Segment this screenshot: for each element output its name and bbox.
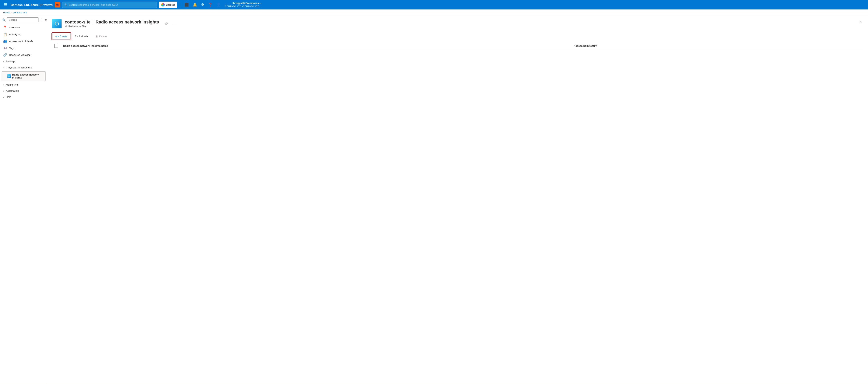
select-all-checkbox[interactable] — [55, 44, 58, 48]
search-icon: 🔍 — [64, 3, 67, 6]
sidebar-section-physical-label: Physical infrastructure — [7, 66, 32, 69]
refresh-label: Refresh — [79, 35, 88, 38]
sidebar-item-tags[interactable]: 🏷 Tags — [0, 45, 47, 52]
table-area: Radio access network insights name Acces… — [48, 42, 868, 384]
nav-divider — [180, 2, 180, 7]
nav-icon-group: ⬛ 🔔 ⚙ ❓ 👤 — [183, 2, 222, 8]
sidebar-section-monitoring-label: Monitoring — [6, 83, 18, 86]
column-access-count: Access point count — [571, 42, 863, 50]
help-icon[interactable]: ❓ — [207, 2, 214, 8]
bug-icon[interactable]: 🐞 — [55, 2, 60, 7]
sidebar-section-help-label: Help — [6, 95, 11, 98]
delete-button[interactable]: 🗑 Delete — [92, 33, 110, 39]
sidebar-item-radio-label: Radio access network insights — [12, 73, 43, 79]
sidebar-item-iam-label: Access control (IAM) — [9, 40, 33, 43]
header-separator: | — [93, 20, 94, 25]
visualizer-icon: 🔗 — [3, 53, 7, 57]
table-header: Radio access network insights name Acces… — [52, 42, 863, 50]
email-icon[interactable]: ⬛ — [183, 2, 190, 8]
resource-name: contoso-site — [65, 20, 91, 25]
sidebar-section-physical-infra[interactable]: ∨ Physical infrastructure — [0, 64, 47, 71]
page-header: ⬡ contoso-site | Radio access network in… — [48, 16, 868, 31]
sidebar-item-resource-visualizer[interactable]: 🔗 Resource visualizer — [0, 52, 47, 58]
tags-icon: 🏷 — [3, 46, 7, 50]
user-org: CONTOSO, LTD. (CONTOSO, LTD..... — [225, 5, 262, 8]
sidebar: 🔍 ⟨ ≪ 📍 Overview 📋 Activity log 👥 Access… — [0, 16, 48, 384]
activity-log-icon: 📋 — [3, 33, 7, 36]
create-icon: + — [55, 34, 57, 38]
settings-chevron-icon: › — [3, 60, 4, 63]
page-title: Radio access network insights — [96, 20, 159, 25]
sidebar-section-settings[interactable]: › Settings — [0, 58, 47, 64]
sidebar-section-settings-label: Settings — [6, 60, 15, 63]
hamburger-menu[interactable]: ☰ — [2, 2, 9, 8]
toolbar: + + Create ↻ Refresh 🗑 Delete — [48, 31, 868, 42]
breadcrumb-sep: > — [11, 11, 12, 14]
sidebar-nav-prev[interactable]: ⟨ — [40, 18, 42, 22]
sidebar-section-monitoring[interactable]: › Monitoring — [0, 82, 47, 88]
resource-icon: ⬡ — [52, 19, 62, 28]
sidebar-navigation: 📍 Overview 📋 Activity log 👥 Access contr… — [0, 24, 47, 384]
breadcrumb-home[interactable]: Home — [3, 11, 10, 14]
column-name: Radio access network insights name — [61, 42, 571, 50]
monitoring-chevron-icon: › — [3, 84, 4, 86]
sidebar-section-automation-label: Automation — [6, 89, 19, 92]
help-chevron-icon: › — [3, 96, 4, 98]
delete-icon: 🗑 — [95, 35, 98, 38]
copilot-button[interactable]: Copilot — [159, 2, 177, 8]
sidebar-item-overview-label: Overview — [9, 26, 20, 29]
delete-label: Delete — [99, 35, 107, 38]
copilot-label: Copilot — [166, 3, 175, 6]
settings-icon[interactable]: ⚙ — [199, 2, 206, 8]
user-name: chrisqpublic@contoso.c.... — [225, 2, 262, 5]
more-options-icon[interactable]: ··· — [172, 21, 178, 27]
close-button[interactable]: × — [858, 19, 863, 25]
sidebar-item-iam[interactable]: 👥 Access control (IAM) — [0, 38, 47, 45]
sidebar-collapse-btn[interactable]: ≪ — [43, 18, 48, 22]
main-layout: 🔍 ⟨ ≪ 📍 Overview 📋 Activity log 👥 Access… — [0, 16, 868, 384]
content-area: ⬡ contoso-site | Radio access network in… — [48, 16, 868, 384]
refresh-icon: ↻ — [75, 34, 78, 38]
breadcrumb: Home > contoso-site — [0, 9, 868, 16]
radio-access-icon: ⬡ — [7, 74, 11, 78]
sidebar-item-radio-access[interactable]: ⬡ Radio access network insights — [2, 71, 45, 81]
physical-infra-chevron-icon: ∨ — [3, 66, 5, 69]
create-label: + Create — [57, 35, 67, 38]
sidebar-section-help[interactable]: › Help — [0, 94, 47, 100]
page-subtitle: Mobile Network Site — [65, 25, 159, 28]
sidebar-search-input[interactable] — [7, 18, 38, 22]
sidebar-search-icon: 🔍 — [2, 18, 6, 22]
page-header-left: ⬡ contoso-site | Radio access network in… — [52, 19, 178, 28]
sidebar-item-activity-log[interactable]: 📋 Activity log — [0, 31, 47, 38]
automation-chevron-icon: › — [3, 90, 4, 92]
user-info[interactable]: chrisqpublic@contoso.c.... CONTOSO, LTD.… — [225, 2, 262, 8]
create-button[interactable]: + + Create — [52, 33, 71, 40]
iam-icon: 👥 — [3, 39, 7, 43]
sidebar-section-automation[interactable]: › Automation — [0, 88, 47, 94]
global-search-bar[interactable]: 🔍 Search resources, services, and docs (… — [62, 2, 157, 8]
sidebar-item-activity-log-label: Activity log — [9, 33, 21, 36]
page-header-text: contoso-site | Radio access network insi… — [65, 20, 159, 28]
portal-title: Contoso, Ltd. Azure (Preview) — [11, 3, 53, 6]
sidebar-item-visualizer-label: Resource visualizer — [9, 54, 31, 56]
favorite-icon[interactable]: ☆ — [164, 21, 169, 27]
sidebar-item-overview[interactable]: 📍 Overview — [0, 24, 47, 31]
column-checkbox — [52, 42, 61, 50]
breadcrumb-current[interactable]: contoso-site — [13, 11, 27, 14]
data-table: Radio access network insights name Acces… — [52, 42, 863, 50]
pin-icon: 📍 — [3, 26, 7, 29]
top-navigation: ☰ Contoso, Ltd. Azure (Preview) 🐞 🔍 Sear… — [0, 0, 868, 9]
sidebar-search-area: 🔍 ⟨ ≪ — [0, 16, 47, 24]
copilot-icon — [161, 3, 165, 6]
sidebar-item-tags-label: Tags — [9, 47, 14, 50]
feedback-icon[interactable]: 👤 — [215, 2, 222, 8]
notification-icon[interactable]: 🔔 — [191, 2, 199, 8]
refresh-button[interactable]: ↻ Refresh — [72, 33, 91, 40]
global-search-placeholder: Search resources, services, and docs (G+… — [69, 3, 118, 6]
